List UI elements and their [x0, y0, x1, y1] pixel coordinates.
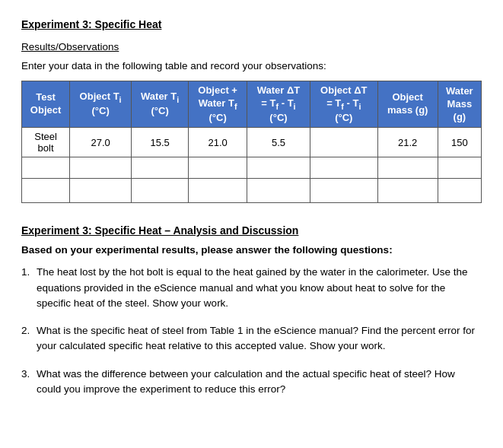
col-header-object-water-tf: Object +Water Tf(°C): [189, 81, 247, 128]
cell-object-delta-t-1: [310, 128, 377, 157]
col-header-object-delta-t: Object ΔT= Tf - Ti(°C): [310, 81, 377, 128]
cell-water-delta-t-1: 5.5: [247, 128, 310, 157]
col-header-object-mass: Objectmass (g): [377, 81, 438, 128]
cell-water-delta-t-3: [247, 179, 310, 203]
table-row: [22, 157, 482, 179]
cell-object-mass-2: [377, 157, 438, 179]
cell-water-ti-3: [132, 179, 189, 203]
questions-list: 1. The heat lost by the hot bolt is equa…: [21, 265, 482, 397]
data-table: TestObject Object Ti(°C) Water Ti(°C) Ob…: [21, 81, 482, 203]
cell-test-object-1: Steelbolt: [22, 128, 70, 157]
list-item: 3. What was the difference between your …: [21, 367, 482, 398]
analysis-title: Experiment 3: Specific Heat – Analysis a…: [21, 224, 482, 237]
cell-water-delta-t-2: [247, 157, 310, 179]
cell-object-ti-2: [70, 157, 132, 179]
cell-test-object-3: [22, 179, 70, 203]
cell-test-object-2: [22, 157, 70, 179]
analysis-subtitle: Based on your experimental results, plea…: [21, 244, 482, 256]
cell-object-ti-3: [70, 179, 132, 203]
cell-object-mass-1: 21.2: [377, 128, 438, 157]
cell-object-water-tf-3: [189, 179, 247, 203]
col-header-water-ti: Water Ti(°C): [132, 81, 189, 128]
cell-object-water-tf-1: 21.0: [189, 128, 247, 157]
section-title: Experiment 3: Specific Heat: [21, 18, 482, 30]
question-text-3: What was the difference between your cal…: [37, 367, 482, 398]
cell-water-mass-1: 150: [438, 128, 481, 157]
table-row: Steelbolt 27.0 15.5 21.0 5.5 21.2 150: [22, 128, 482, 157]
list-item: 2. What is the specific heat of steel fr…: [21, 323, 482, 354]
cell-object-ti-1: 27.0: [70, 128, 132, 157]
col-header-object-ti: Object Ti(°C): [70, 81, 132, 128]
cell-water-ti-2: [132, 157, 189, 179]
cell-object-mass-3: [377, 179, 438, 203]
list-item: 1. The heat lost by the hot bolt is equa…: [21, 265, 482, 311]
cell-object-delta-t-3: [310, 179, 377, 203]
question-number-1: 1.: [21, 265, 37, 311]
cell-water-mass-3: [438, 179, 481, 203]
col-header-water-mass: WaterMass(g): [438, 81, 481, 128]
question-text-2: What is the specific heat of steel from …: [37, 323, 482, 354]
question-number-3: 3.: [21, 367, 37, 398]
sub-label: Results/Observations: [21, 41, 482, 52]
cell-water-ti-1: 15.5: [132, 128, 189, 157]
table-row: [22, 179, 482, 203]
col-header-test-object: TestObject: [22, 81, 70, 128]
question-text-1: The heat lost by the hot bolt is equal t…: [37, 265, 482, 311]
question-number-2: 2.: [21, 323, 37, 354]
col-header-water-delta-t: Water ΔT= Tf - Ti(°C): [247, 81, 310, 128]
cell-water-mass-2: [438, 157, 481, 179]
cell-object-water-tf-2: [189, 157, 247, 179]
cell-object-delta-t-2: [310, 157, 377, 179]
intro-text: Enter your data in the following table a…: [21, 60, 482, 71]
